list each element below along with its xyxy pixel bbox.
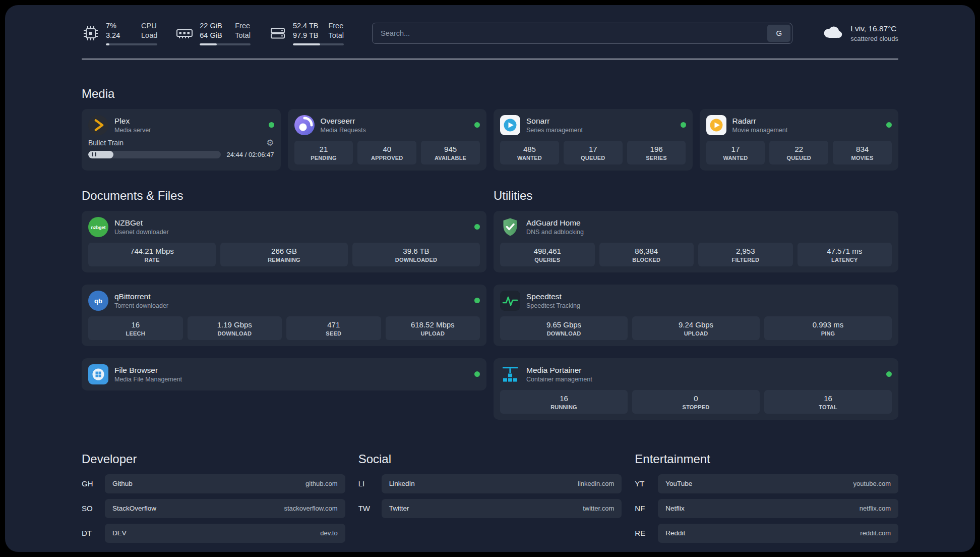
stat-label: BLOCKED (601, 257, 692, 263)
stat-value: 1.19 Gbps (190, 320, 280, 329)
service-card-sonarr[interactable]: Sonarr Series management 485 WANTED 17 Q… (494, 109, 693, 171)
bookmark-linkedin[interactable]: LI LinkedIn linkedin.com (358, 474, 622, 493)
search-engine-button[interactable]: G (767, 25, 790, 42)
bookmark-abbr: YT (635, 479, 658, 488)
bookmark-abbr: GH (82, 479, 105, 488)
bookmark-url: reddit.com (860, 529, 891, 537)
service-name: Speedtest (526, 292, 580, 301)
bookmark-name: LinkedIn (389, 480, 415, 487)
section-title-utilities: Utilities (494, 189, 898, 203)
stat-label: WANTED (708, 155, 763, 161)
service-card-radarr[interactable]: Radarr Movie management 17 WANTED 22 QUE… (700, 109, 899, 171)
search-input[interactable] (374, 29, 767, 37)
memory-icon (175, 24, 194, 42)
service-name: Sonarr (526, 117, 583, 126)
svg-text:nzbget: nzbget (91, 225, 106, 230)
bookmark-netflix[interactable]: NF Netflix netflix.com (635, 499, 898, 518)
cpu-load-value: 3.24 (106, 31, 131, 40)
stat-value: 17 (708, 145, 763, 153)
bookmark-reddit[interactable]: RE Reddit reddit.com (635, 524, 898, 543)
bookmark-github[interactable]: GH Github github.com (82, 474, 345, 493)
service-subtitle: DNS and adblocking (526, 229, 584, 236)
stat-value: 2,953 (700, 247, 791, 255)
stat-value: 744.21 Mbps (90, 247, 214, 255)
playback-progress[interactable] (88, 151, 221, 158)
stat-value: 9.65 Gbps (502, 320, 626, 329)
stat-value: 17 (566, 145, 621, 153)
filebrowser-icon (88, 364, 108, 384)
stat-value: 22 (771, 145, 826, 153)
bookmark-url: linkedin.com (578, 480, 614, 487)
bookmark-twitter[interactable]: TW Twitter twitter.com (358, 499, 622, 518)
service-subtitle: Container management (526, 376, 592, 383)
disk-icon (269, 24, 287, 42)
stat-tile: 266 GB REMAINING (220, 243, 348, 266)
bookmark-abbr: LI (358, 479, 382, 488)
stat-label: PENDING (296, 155, 351, 161)
overseerr-icon (294, 115, 315, 135)
stat-value: 618.52 Mbps (388, 320, 478, 329)
memory-free-label: Free (235, 21, 251, 31)
stat-value: 0 (634, 394, 758, 403)
gear-icon[interactable]: ⚙ (266, 139, 274, 147)
stat-tile: 21 PENDING (294, 141, 353, 164)
bookmark-abbr: DT (82, 529, 105, 537)
playback-time: 24:44 / 02:06:47 (227, 151, 274, 158)
dashboard-page: 7% 3.24 CPU Load (5, 5, 975, 552)
bookmark-abbr: RE (635, 529, 658, 537)
pause-icon[interactable] (92, 152, 96, 156)
stat-label: SEED (288, 330, 379, 337)
service-card-adguard[interactable]: AdGuard Home DNS and adblocking 498,461 … (494, 211, 898, 272)
stat-tile: 834 MOVIES (833, 141, 892, 164)
weather-widget: Lviv, 16.87°C scattered clouds (821, 24, 898, 43)
stat-tile: 16 TOTAL (764, 390, 892, 414)
bookmark-url: youtube.com (853, 480, 891, 487)
stat-label: WANTED (502, 155, 557, 161)
status-dot (886, 122, 892, 128)
bookmark-url: twitter.com (583, 505, 614, 512)
bookmark-group-entertainment: Entertainment YT YouTube youtube.com NF … (635, 452, 898, 543)
search-bar: G (372, 23, 792, 44)
bookmark-name: DEV (112, 529, 127, 537)
stat-tile: 39.6 TB DOWNLOADED (352, 243, 480, 266)
bookmark-group-social: Social LI LinkedIn linkedin.com TW Twitt… (358, 452, 622, 543)
section-documents: Documents & Files nzbget (82, 189, 486, 420)
stat-tile: 498,461 QUERIES (500, 243, 595, 266)
stat-tile: 945 AVAILABLE (421, 141, 480, 164)
service-card-speedtest[interactable]: Speedtest Speedtest Tracking 9.65 Gbps D… (494, 285, 898, 346)
bookmark-dev[interactable]: DT DEV dev.to (82, 524, 345, 543)
bookmark-stackoverflow[interactable]: SO StackOverflow stackoverflow.com (82, 499, 345, 518)
weather-location: Lviv, 16.87°C (850, 24, 898, 34)
stat-label: APPROVED (359, 155, 414, 161)
now-playing-title: Bullet Train (88, 139, 124, 147)
stat-tile: 196 SERIES (627, 141, 686, 164)
portainer-icon (500, 364, 520, 384)
stat-label: TOTAL (766, 404, 890, 410)
bookmark-name: Netflix (665, 505, 685, 512)
disk-free-label: Free (328, 21, 344, 31)
service-card-overseerr[interactable]: Overseerr Media Requests 21 PENDING 40 A… (288, 109, 487, 171)
cpu-load-label: Load (141, 31, 157, 40)
stat-label: QUEUED (771, 155, 826, 161)
stat-label: LEECH (90, 330, 181, 337)
disk-free-value: 52.4 TB (293, 21, 319, 31)
service-card-filebrowser[interactable]: File Browser Media File Management (82, 358, 486, 391)
bookmark-url: stackoverflow.com (284, 505, 337, 512)
bookmark-url: dev.to (320, 529, 337, 537)
stat-label: MOVIES (835, 155, 890, 161)
weather-condition: scattered clouds (850, 34, 898, 43)
service-card-nzbget[interactable]: nzbget NZBGet Usenet downloader 74 (82, 211, 486, 272)
stat-value: 834 (835, 145, 890, 153)
stat-tile: 618.52 Mbps UPLOAD (386, 316, 480, 340)
stat-tile: 0 STOPPED (632, 390, 760, 414)
section-title-documents: Documents & Files (82, 189, 486, 203)
service-card-portainer[interactable]: Media Portainer Container management 16 … (494, 358, 898, 420)
service-name: NZBGet (114, 218, 169, 228)
stat-label: DOWNLOADED (354, 257, 478, 263)
bookmark-abbr: TW (358, 504, 382, 513)
stat-tile: 47.571 ms LATENCY (798, 243, 892, 266)
service-card-qbittorrent[interactable]: qb qBittorrent Torrent downloader (82, 285, 486, 346)
stat-label: RUNNING (502, 404, 626, 410)
bookmark-youtube[interactable]: YT YouTube youtube.com (635, 474, 898, 493)
service-card-plex[interactable]: Plex Media server Bullet Train ⚙ (82, 109, 281, 171)
